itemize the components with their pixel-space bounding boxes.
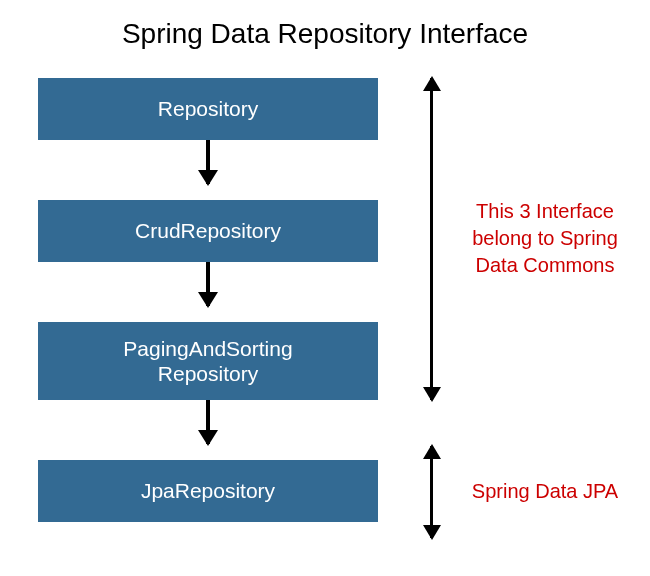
box-paging-sorting-repository: PagingAndSorting Repository — [38, 322, 378, 400]
annotation-commons: This 3 Interface belong to Spring Data C… — [460, 198, 630, 279]
bracket-arrow-icon — [430, 78, 433, 400]
box-crud-label: CrudRepository — [135, 218, 281, 243]
box-repository-label: Repository — [158, 96, 258, 121]
box-crud-repository: CrudRepository — [38, 200, 378, 262]
box-paging-label: PagingAndSorting Repository — [123, 336, 292, 386]
box-jpa-repository: JpaRepository — [38, 460, 378, 522]
annotation-commons-line2: belong to Spring — [472, 227, 618, 249]
box-paging-line1: PagingAndSorting — [123, 337, 292, 360]
arrow-down-icon — [206, 400, 210, 444]
box-repository: Repository — [38, 78, 378, 140]
arrow-down-icon — [206, 140, 210, 184]
annotation-jpa-text: Spring Data JPA — [472, 480, 618, 502]
annotation-commons-line1: This 3 Interface — [476, 200, 614, 222]
arrow-down-icon — [206, 262, 210, 306]
box-paging-line2: Repository — [158, 362, 258, 385]
box-jpa-label: JpaRepository — [141, 478, 275, 503]
diagram-title: Spring Data Repository Interface — [0, 18, 650, 50]
annotation-commons-line3: Data Commons — [476, 254, 615, 276]
annotation-jpa: Spring Data JPA — [460, 478, 630, 505]
bracket-arrow-icon — [430, 446, 433, 538]
